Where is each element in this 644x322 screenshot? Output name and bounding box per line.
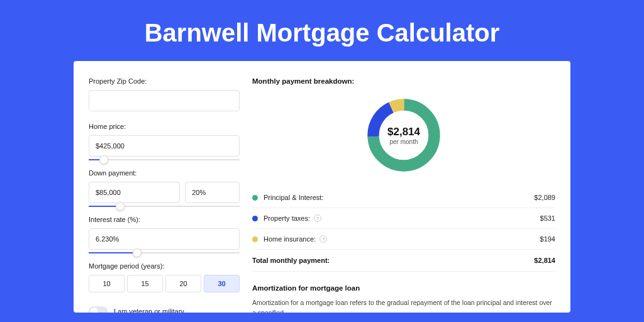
period-button-10[interactable]: 10 (89, 275, 125, 292)
info-icon[interactable]: ? (314, 214, 321, 222)
period-button-20[interactable]: 20 (165, 275, 201, 292)
total-label: Total monthly payment: (252, 257, 330, 264)
period-button-30[interactable]: 30 (204, 275, 240, 292)
veteran-toggle[interactable] (89, 306, 108, 313)
price-slider[interactable] (89, 159, 240, 160)
calculator-card: Property Zip Code: Home price: Down paym… (74, 61, 570, 313)
amortization-text: Amortization for a mortgage loan refers … (252, 298, 555, 313)
legend-label: Home insurance: (264, 235, 316, 243)
legend-amount: $531 (540, 214, 555, 222)
down-slider[interactable] (89, 206, 240, 207)
input-panel: Property Zip Code: Home price: Down paym… (89, 77, 240, 313)
legend-row: Principal & Interest:$2,089 (252, 187, 555, 208)
toggle-knob-icon (90, 308, 98, 313)
down-percent-input[interactable] (185, 182, 240, 203)
amortization-title: Amortization for mortgage loan (252, 284, 555, 292)
donut-value: $2,814 (387, 126, 420, 138)
donut-sublabel: per month (387, 138, 420, 145)
legend-row: Property taxes:?$531 (252, 208, 555, 228)
legend-dot-icon (252, 195, 258, 201)
zip-input[interactable] (89, 90, 240, 111)
page-title: Barnwell Mortgage Calculator (0, 0, 644, 61)
payment-donut-chart: $2,814 per month (364, 95, 444, 175)
legend-label: Property taxes: (264, 214, 310, 222)
slider-thumb-icon[interactable] (116, 202, 125, 211)
period-label: Mortgage period (years): (89, 262, 240, 270)
legend-label: Principal & Interest: (264, 194, 323, 201)
breakdown-title: Monthly payment breakdown: (252, 77, 555, 85)
down-label: Down payment: (89, 169, 240, 177)
rate-input[interactable] (89, 228, 240, 250)
total-row: Total monthly payment: $2,814 (252, 249, 555, 272)
rate-label: Interest rate (%): (89, 216, 240, 223)
veteran-label: I am veteran or military (114, 308, 184, 313)
legend-amount: $194 (540, 235, 555, 243)
legend-list: Principal & Interest:$2,089Property taxe… (252, 187, 555, 249)
legend-dot-icon (252, 216, 258, 221)
rate-slider[interactable] (89, 252, 240, 253)
price-label: Home price: (89, 123, 240, 130)
legend-row: Home insurance:?$194 (252, 228, 555, 249)
period-group: 10152030 (89, 275, 240, 292)
period-button-15[interactable]: 15 (127, 275, 163, 292)
legend-amount: $2,089 (534, 194, 555, 201)
slider-thumb-icon[interactable] (99, 155, 108, 164)
results-panel: Monthly payment breakdown: $2,814 per mo… (252, 77, 555, 313)
down-amount-input[interactable] (89, 182, 180, 203)
slider-thumb-icon[interactable] (133, 248, 142, 257)
legend-dot-icon (252, 236, 258, 242)
total-amount: $2,814 (534, 257, 555, 264)
info-icon[interactable]: ? (319, 235, 327, 243)
zip-label: Property Zip Code: (89, 77, 240, 85)
price-input[interactable] (89, 135, 240, 157)
